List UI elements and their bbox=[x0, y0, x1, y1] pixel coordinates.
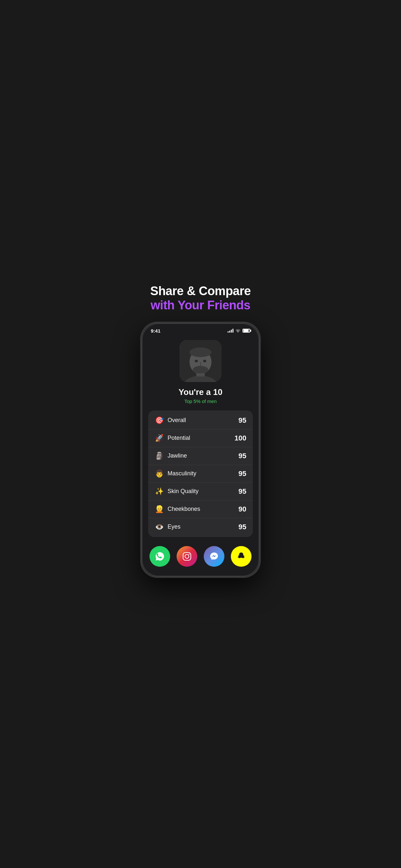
metric-emoji-potential: 🚀 bbox=[155, 434, 164, 442]
svg-point-6 bbox=[195, 360, 198, 362]
metric-left: 🚀Potential bbox=[155, 434, 190, 442]
share-button-snapchat[interactable] bbox=[231, 546, 251, 567]
headline-line1: Share & Compare bbox=[150, 284, 251, 299]
metric-value-masculinity: 95 bbox=[239, 469, 246, 478]
metric-value-eyes: 95 bbox=[239, 523, 246, 531]
phone-frame: 9:41 bbox=[141, 322, 260, 578]
metric-row: 🗿Jawline95 bbox=[148, 447, 253, 465]
profile-placeholder bbox=[180, 340, 221, 382]
metric-label-skin-quality: Skin Quality bbox=[167, 488, 198, 495]
svg-point-11 bbox=[189, 554, 190, 554]
profile-photo bbox=[180, 340, 221, 382]
metric-label-masculinity: Masculinity bbox=[167, 470, 196, 477]
share-buttons bbox=[150, 546, 251, 567]
metric-emoji-cheekbones: 👱 bbox=[155, 505, 164, 514]
rating-title: You're a 10 bbox=[179, 387, 222, 397]
metrics-card: 🎯Overall95🚀Potential100🗿Jawline95👨Mascul… bbox=[148, 410, 253, 537]
metric-emoji-masculinity: 👨 bbox=[155, 469, 164, 478]
battery-icon bbox=[243, 329, 250, 333]
metric-label-cheekbones: Cheekbones bbox=[167, 506, 200, 513]
svg-point-4 bbox=[189, 347, 212, 357]
wifi-icon bbox=[235, 328, 241, 333]
metric-left: 👨Masculinity bbox=[155, 469, 196, 478]
page-wrapper: Share & Compare with Your Friends 9:41 bbox=[134, 271, 267, 596]
metric-emoji-overall: 🎯 bbox=[155, 416, 164, 425]
signal-bar-4 bbox=[233, 329, 234, 333]
metric-value-jawline: 95 bbox=[239, 452, 246, 460]
rating-subtitle: Top 5% of men bbox=[184, 399, 217, 404]
status-time: 9:41 bbox=[151, 328, 160, 334]
metric-left: 👁️Eyes bbox=[155, 523, 181, 531]
metric-label-overall: Overall bbox=[167, 417, 186, 424]
share-button-whatsapp[interactable] bbox=[150, 546, 170, 567]
metric-label-potential: Potential bbox=[167, 435, 190, 441]
signal-bars-icon bbox=[227, 329, 234, 333]
share-button-instagram[interactable] bbox=[177, 546, 197, 567]
metric-row: ✨Skin Quality95 bbox=[148, 483, 253, 500]
status-icons bbox=[227, 328, 250, 333]
metric-left: 🗿Jawline bbox=[155, 452, 187, 460]
share-button-messenger[interactable] bbox=[204, 546, 224, 567]
signal-bar-2 bbox=[229, 331, 230, 333]
metric-emoji-skin-quality: ✨ bbox=[155, 487, 164, 496]
battery-fill bbox=[243, 330, 249, 332]
metric-row: 🚀Potential100 bbox=[148, 430, 253, 447]
metric-value-overall: 95 bbox=[239, 416, 246, 425]
metric-left: 🎯Overall bbox=[155, 416, 186, 425]
svg-rect-9 bbox=[183, 553, 191, 560]
metric-label-eyes: Eyes bbox=[167, 523, 181, 530]
metric-value-potential: 100 bbox=[235, 434, 246, 442]
metric-row: 👱Cheekbones90 bbox=[148, 500, 253, 518]
phone-content: You're a 10 Top 5% of men 🎯Overall95🚀Pot… bbox=[142, 337, 259, 577]
headline-line2: with Your Friends bbox=[150, 299, 251, 313]
metric-row: 👁️Eyes95 bbox=[148, 518, 253, 536]
signal-bar-1 bbox=[227, 331, 228, 333]
svg-point-5 bbox=[193, 366, 208, 374]
metric-value-skin-quality: 95 bbox=[239, 487, 246, 496]
metric-left: 👱Cheekbones bbox=[155, 505, 200, 514]
metric-row: 🎯Overall95 bbox=[148, 412, 253, 430]
metric-value-cheekbones: 90 bbox=[239, 505, 246, 514]
svg-point-7 bbox=[203, 360, 206, 362]
metric-emoji-eyes: 👁️ bbox=[155, 523, 164, 531]
metric-label-jawline: Jawline bbox=[167, 453, 187, 459]
metric-left: ✨Skin Quality bbox=[155, 487, 198, 496]
headline-section: Share & Compare with Your Friends bbox=[144, 284, 257, 312]
signal-bar-3 bbox=[231, 330, 232, 333]
svg-point-10 bbox=[185, 554, 189, 558]
metric-row: 👨Masculinity95 bbox=[148, 465, 253, 483]
metric-emoji-jawline: 🗿 bbox=[155, 452, 164, 460]
status-bar: 9:41 bbox=[142, 323, 259, 337]
